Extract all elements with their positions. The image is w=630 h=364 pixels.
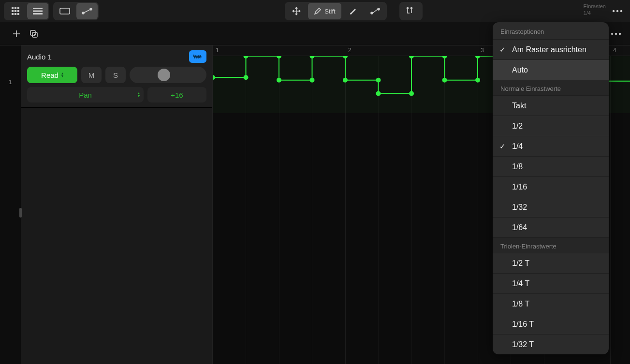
rectangle-icon [59,7,70,15]
trim-tool-group [399,2,423,20]
snap-half-t-item[interactable]: 1/2 T [493,253,609,273]
snap-32-item[interactable]: 1/32 [493,197,609,217]
svg-rect-7 [15,13,16,15]
automation-mode-button[interactable]: Read ▴▾ [27,67,77,83]
pen-tool-button[interactable]: Stift [308,3,341,19]
snap-16-item[interactable]: 1/16 [493,176,609,197]
automation-node[interactable] [343,78,348,83]
automation-node[interactable] [244,56,249,58]
automation-node[interactable] [409,91,414,96]
ellipsis-icon [612,10,623,13]
svg-point-25 [611,32,613,34]
add-track-button[interactable] [12,29,21,39]
ruler-bar-4: 4 [613,47,616,54]
curve-icon [370,7,380,15]
move-icon [292,6,301,16]
automation-icon [82,7,92,15]
region-button[interactable] [54,3,75,19]
check-icon: ✓ [499,142,506,151]
ellipsis-icon [611,32,621,35]
svg-point-17 [407,8,408,9]
snap-options-menu: Einrastoptionen ✓ Am Raster ausrichten A… [493,22,609,354]
snap-auto-item[interactable]: Auto [493,59,609,80]
volume-slider[interactable] [130,67,206,83]
volume-handle[interactable] [158,69,170,81]
automation-curve-button[interactable] [76,3,98,19]
svg-rect-12 [60,8,70,14]
svg-point-20 [616,10,618,12]
move-tool-button[interactable] [286,3,307,19]
automation-node[interactable] [376,78,381,83]
duplicate-track-button[interactable] [29,29,39,39]
automation-param-select[interactable]: Pan ▴▾ [27,87,144,102]
svg-rect-3 [12,10,14,12]
automation-param-value[interactable]: +16 [147,87,206,102]
automation-node[interactable] [442,56,447,58]
snap-half-item[interactable]: 1/2 [493,116,609,136]
chevron-up-down-icon: ▴▾ [138,92,140,98]
automation-node[interactable] [244,75,249,80]
snap-options-title: Einrastoptionen [493,22,609,39]
solo-button[interactable]: S [105,67,126,83]
pen-tool-label: Stift [324,8,335,15]
automation-node[interactable] [376,91,381,96]
track-type-button[interactable] [189,50,206,63]
trim-tool-button[interactable] [400,3,422,19]
svg-rect-1 [15,7,16,9]
pencil-icon [314,7,322,15]
snap-value: 1/4 [584,10,606,16]
track-number[interactable]: 1 [0,78,21,86]
panel-resize-handle[interactable] [19,208,22,218]
svg-rect-11 [33,13,43,15]
automation-node[interactable] [475,56,480,58]
svg-point-26 [615,32,617,34]
automation-node[interactable] [310,56,315,58]
snap-eighth-item[interactable]: 1/8 [493,156,609,176]
svg-rect-8 [17,13,19,15]
svg-rect-0 [12,7,14,9]
ruler-bar-1: 1 [216,47,219,54]
more-options-button[interactable] [609,3,626,19]
list-view-button[interactable] [27,3,48,19]
snap-bar-item[interactable]: Takt [493,95,609,116]
curve-tool-button[interactable] [365,3,386,19]
automation-mode-label: Read [41,71,59,79]
trim-icon [406,7,416,15]
snap-normal-header: Normale Einrastwerte [493,80,609,95]
mute-button[interactable]: M [81,67,102,83]
svg-rect-10 [33,11,43,12]
automation-node[interactable] [310,78,315,83]
snap-to-grid-item[interactable]: ✓ Am Raster ausrichten [493,39,609,59]
snap-64-item[interactable]: 1/64 [493,217,609,237]
snap-triplet-header: Triolen-Einrastwerte [493,237,609,253]
automation-node[interactable] [213,75,215,80]
rows-icon [33,7,43,15]
automation-node[interactable] [475,78,480,83]
view-mode-group [4,2,49,20]
automation-node[interactable] [442,78,447,83]
track-number-column: 1 [0,45,21,364]
top-toolbar: Stift Einrasten 1/4 [0,0,630,22]
snap-quarter-item[interactable]: ✓ 1/4 [493,136,609,156]
svg-point-18 [410,8,412,9]
automation-node[interactable] [409,56,414,58]
track-block: Audio 1 Read ▴▾ M S [21,45,212,108]
grid-view-button[interactable] [5,3,26,19]
automation-node[interactable] [277,56,281,58]
track-more-button[interactable] [611,32,621,35]
automation-node[interactable] [343,56,348,58]
snap-quarter-t-item[interactable]: 1/4 T [493,273,609,293]
svg-point-21 [620,10,622,12]
automation-param-label: Pan [79,91,92,99]
automation-node[interactable] [277,78,281,83]
svg-point-19 [613,10,615,12]
svg-rect-4 [15,10,16,12]
snap-eighth-t-item[interactable]: 1/8 T [493,293,609,314]
duplicate-icon [29,29,39,39]
snap-indicator[interactable]: Einrasten 1/4 [584,3,606,16]
track-name[interactable]: Audio 1 [27,53,52,61]
snap-32-t-item[interactable]: 1/32 T [493,334,609,354]
brush-tool-button[interactable] [342,3,364,19]
snap-16-t-item[interactable]: 1/16 T [493,314,609,334]
snap-label: Einrasten [584,3,606,10]
